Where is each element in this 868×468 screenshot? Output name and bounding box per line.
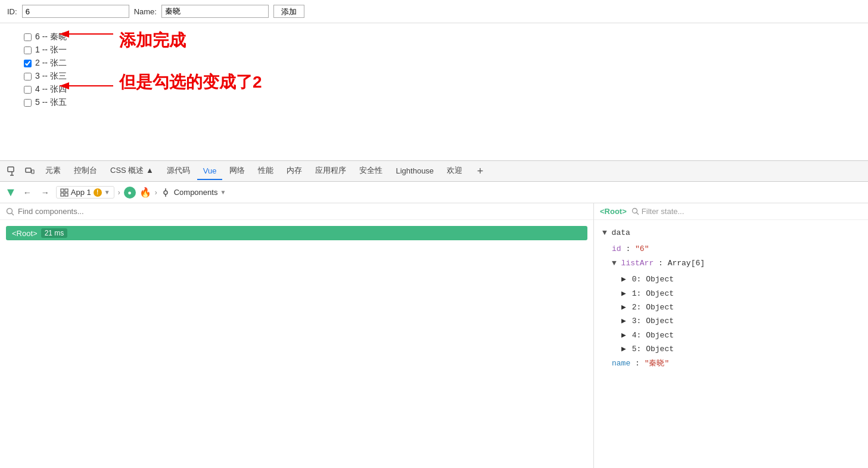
listArr-row[interactable]: ▼ listArr : Array[6] <box>612 256 860 270</box>
svg-rect-12 <box>65 193 68 196</box>
svg-point-18 <box>632 209 637 213</box>
checkbox-3[interactable] <box>24 73 32 80</box>
tab-memory[interactable]: 内存 <box>281 162 308 181</box>
tab-application[interactable]: 应用程序 <box>309 162 352 181</box>
svg-point-13 <box>164 191 167 194</box>
find-components-input[interactable] <box>18 207 587 216</box>
back-button[interactable]: ← <box>20 185 35 200</box>
item-text-2: 2 -- 张二 <box>35 58 67 69</box>
svg-line-17 <box>12 213 14 215</box>
tab-lighthouse[interactable]: Lighthouse <box>390 163 440 180</box>
root-component[interactable]: <Root> 21 ms <box>6 226 587 240</box>
item-arrow-1: ▶ <box>621 287 627 300</box>
tab-elements[interactable]: 元素 <box>39 162 67 181</box>
checkbox-5[interactable] <box>24 99 32 107</box>
checkbox-1[interactable] <box>24 47 32 54</box>
tab-vue[interactable]: Vue <box>197 163 223 180</box>
tab-welcome[interactable]: 欢迎 <box>441 162 468 181</box>
tab-sources[interactable]: 源代码 <box>161 162 196 181</box>
components-btn[interactable]: Components ▼ <box>174 188 226 197</box>
tab-console[interactable]: 控制台 <box>68 162 103 181</box>
add-button[interactable]: 添加 <box>273 5 304 18</box>
annotation-checked: 但是勾选的变成了2 <box>119 71 262 94</box>
list-area: 6 -- 秦晓 1 -- 张一 2 -- 张二 3 -- 张三 4 -- 张四 … <box>0 23 868 160</box>
data-key: data <box>612 228 630 237</box>
id-row: id : "6" <box>612 242 860 256</box>
tab-network[interactable]: 网络 <box>223 162 251 181</box>
annotation-added: 添加完成 <box>119 29 186 52</box>
listArr-key: listArr <box>621 259 654 268</box>
item-text-5: 5 -- 张五 <box>35 97 67 108</box>
item-label-3: 3: Object <box>632 317 674 326</box>
listArr-item-1[interactable]: ▶ 1: Object <box>621 287 860 300</box>
tab-performance[interactable]: 性能 <box>252 162 279 181</box>
id-input[interactable] <box>22 5 129 18</box>
device-toggle-icon[interactable] <box>21 163 38 179</box>
listArr-item-4[interactable]: ▶ 4: Object <box>621 328 860 342</box>
svg-rect-10 <box>65 189 68 192</box>
right-header: <Root> Filter state... <box>594 203 868 220</box>
id-key: id <box>612 244 621 253</box>
data-section-header[interactable]: ▼ data <box>602 226 860 240</box>
listArr-item-0[interactable]: ▶ 0: Object <box>621 272 860 286</box>
checkbox-2[interactable] <box>24 60 32 67</box>
item-text-1: 1 -- 张一 <box>35 45 67 55</box>
form-area: ID: Name: 添加 <box>0 0 868 23</box>
svg-point-16 <box>7 208 13 213</box>
name-value: "秦晓" <box>645 359 670 368</box>
item-arrow-4: ▶ <box>621 328 627 342</box>
list-item: 2 -- 张二 <box>24 58 856 69</box>
item-arrow-3: ▶ <box>621 314 627 328</box>
filter-search-icon <box>631 207 639 215</box>
find-components-bar <box>0 203 593 220</box>
dropdown-arrow-icon: ▼ <box>104 189 110 196</box>
app-name: App 1 <box>71 188 91 197</box>
item-label-0: 0: Object <box>632 275 674 284</box>
listArr-item-2[interactable]: ▶ 2: Object <box>621 300 860 314</box>
item-arrow-0: ▶ <box>621 272 627 286</box>
list-item: 5 -- 张五 <box>24 97 856 108</box>
svg-rect-8 <box>32 170 34 173</box>
components-label: Components <box>174 188 218 197</box>
right-panel: <Root> Filter state... ▼ data id : "6" ▼… <box>594 203 868 468</box>
listArr-item-5[interactable]: ▶ 5: Object <box>621 342 860 356</box>
checkbox-6[interactable] <box>24 33 32 41</box>
name-row: name : "秦晓" <box>612 357 860 370</box>
svg-rect-11 <box>61 193 64 196</box>
item-arrow-2: ▶ <box>621 300 627 314</box>
vue-logo-icon: ▼ <box>5 185 17 199</box>
ms-badge: 21 ms <box>41 228 68 238</box>
flame-icon[interactable]: 🔥 <box>139 187 151 198</box>
warning-icon: ! <box>94 188 102 197</box>
data-toggle-icon: ▼ <box>602 228 612 237</box>
tab-security[interactable]: 安全性 <box>353 162 388 181</box>
breadcrumb-sep-1: › <box>118 188 120 197</box>
devtools-content: <Root> 21 ms <Root> Filter state... ▼ da… <box>0 203 868 468</box>
components-dropdown-icon: ▼ <box>220 189 226 196</box>
tab-css-overview[interactable]: CSS 概述 ▲ <box>104 162 160 181</box>
devtools-tabs-bar: 元素 控制台 CSS 概述 ▲ 源代码 Vue 网络 性能 内存 应用程序 安全… <box>0 160 868 182</box>
inspect-icon[interactable] <box>4 163 20 179</box>
app-icon <box>60 188 69 197</box>
add-tab-icon[interactable]: + <box>472 163 489 179</box>
checkbox-4[interactable] <box>24 86 32 94</box>
svg-line-19 <box>636 213 639 215</box>
app-selector[interactable]: App 1 ! ▼ <box>56 186 114 199</box>
component-tree: <Root> 21 ms <box>0 220 593 468</box>
filter-state-placeholder: Filter state... <box>642 207 685 216</box>
listArr-type: Array[6] <box>668 259 705 268</box>
item-arrow-5: ▶ <box>621 342 627 356</box>
name-input[interactable] <box>161 5 269 18</box>
breadcrumb-sep-2: › <box>155 188 157 197</box>
filter-state-input[interactable]: Filter state... <box>631 207 685 216</box>
listArr-toggle-icon: ▼ <box>612 259 621 268</box>
arrow-added-icon <box>57 28 116 46</box>
listArr-item-3[interactable]: ▶ 3: Object <box>621 314 860 328</box>
search-icon <box>6 207 14 216</box>
svg-rect-4 <box>8 167 14 172</box>
forward-button[interactable]: → <box>38 185 52 200</box>
route-icon: ● <box>124 187 136 199</box>
svg-rect-7 <box>26 168 31 172</box>
item-label-1: 1: Object <box>632 289 674 298</box>
vue-toolbar: ▼ ← → App 1 ! ▼ › ● 🔥 › Components ▼ <box>0 182 868 203</box>
